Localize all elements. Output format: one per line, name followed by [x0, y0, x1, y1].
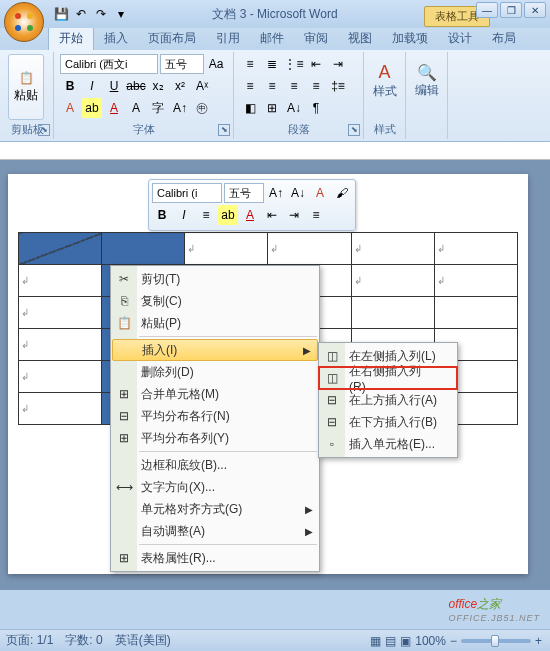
phonetic-icon[interactable]: ㊥	[192, 98, 212, 118]
font-size-combo[interactable]: 五号	[160, 54, 204, 74]
restore-button[interactable]: ❐	[500, 2, 522, 18]
font-launcher-icon[interactable]: ⬊	[218, 124, 230, 136]
font-name-combo[interactable]: Calibri (西文i	[60, 54, 158, 74]
mini-indent-r-icon[interactable]: ⇥	[284, 205, 304, 225]
para-launcher-icon[interactable]: ⬊	[348, 124, 360, 136]
justify-icon[interactable]: ≡	[306, 76, 326, 96]
submenu-insert-above[interactable]: ⊟在上方插入行(A)	[319, 389, 457, 411]
shading-icon[interactable]: ◧	[240, 98, 260, 118]
styles-button[interactable]: A 样式	[367, 56, 403, 106]
menu-merge[interactable]: ⊞合并单元格(M)	[111, 383, 319, 405]
menu-text-dir[interactable]: ⟷文字方向(X)...	[111, 476, 319, 498]
subscript-icon[interactable]: x₂	[148, 76, 168, 96]
menu-borders[interactable]: 边框和底纹(B)...	[111, 454, 319, 476]
menu-delete-col[interactable]: 删除列(D)	[111, 361, 319, 383]
mini-grow-icon[interactable]: A↑	[266, 183, 286, 203]
view-read-icon[interactable]: ▤	[385, 634, 396, 648]
font-color-icon[interactable]: A	[104, 98, 124, 118]
underline-icon[interactable]: U	[104, 76, 124, 96]
office-button[interactable]	[4, 2, 44, 42]
grow-font-icon[interactable]: A↑	[170, 98, 190, 118]
menu-paste[interactable]: 📋粘贴(P)	[111, 312, 319, 334]
menu-align[interactable]: 单元格对齐方式(G)▶	[111, 498, 319, 520]
tab-addins[interactable]: 加载项	[382, 27, 438, 50]
mini-italic-icon[interactable]: I	[174, 205, 194, 225]
tab-references[interactable]: 引用	[206, 27, 250, 50]
tab-page-layout[interactable]: 页面布局	[138, 27, 206, 50]
align-right-icon[interactable]: ≡	[284, 76, 304, 96]
table-cell[interactable]	[102, 233, 185, 265]
close-button[interactable]: ✕	[524, 2, 546, 18]
table-cell[interactable]	[19, 233, 102, 265]
status-page[interactable]: 页面: 1/1	[6, 632, 53, 649]
table-cell[interactable]: ↲	[19, 265, 102, 297]
zoom-slider[interactable]	[461, 639, 531, 643]
mini-bold-icon[interactable]: B	[152, 205, 172, 225]
clear-format-icon[interactable]: Aᵡ	[192, 76, 212, 96]
view-print-icon[interactable]: ▦	[370, 634, 381, 648]
mini-indent-l-icon[interactable]: ⇤	[262, 205, 282, 225]
mini-font-combo[interactable]: Calibri (i	[152, 183, 222, 203]
paste-button[interactable]: 📋 粘贴	[8, 54, 44, 120]
tab-mailings[interactable]: 邮件	[250, 27, 294, 50]
tab-design[interactable]: 设计	[438, 27, 482, 50]
mini-align-icon[interactable]: ≡	[196, 205, 216, 225]
char-border-icon[interactable]: A	[126, 98, 146, 118]
menu-copy[interactable]: ⎘复制(C)	[111, 290, 319, 312]
submenu-insert-right[interactable]: ◫在右侧插入列(R)	[319, 367, 457, 389]
mini-bullets-icon[interactable]: ≡	[306, 205, 326, 225]
table-cell[interactable]: ↲	[351, 265, 434, 297]
zoom-out-icon[interactable]: −	[450, 634, 457, 648]
table-cell[interactable]: ↲	[185, 233, 268, 265]
clipboard-launcher-icon[interactable]: ⬊	[38, 124, 50, 136]
view-web-icon[interactable]: ▣	[400, 634, 411, 648]
submenu-insert-cell[interactable]: ▫插入单元格(E)...	[319, 433, 457, 455]
tab-view[interactable]: 视图	[338, 27, 382, 50]
menu-cut[interactable]: ✂剪切(T)	[111, 268, 319, 290]
mini-highlight-icon[interactable]: ab	[218, 205, 238, 225]
menu-props[interactable]: ⊞表格属性(R)...	[111, 547, 319, 569]
redo-icon[interactable]: ↷	[92, 5, 110, 23]
change-case-icon[interactable]: Aa	[206, 54, 226, 74]
table-cell[interactable]: ↲	[19, 329, 102, 361]
status-words[interactable]: 字数: 0	[65, 632, 102, 649]
highlight-icon[interactable]: ab	[82, 98, 102, 118]
qat-more-icon[interactable]: ▾	[112, 5, 130, 23]
bold-icon[interactable]: B	[60, 76, 80, 96]
superscript-icon[interactable]: x²	[170, 76, 190, 96]
mini-shrink-icon[interactable]: A↓	[288, 183, 308, 203]
table-cell[interactable]: ↲	[19, 393, 102, 425]
undo-icon[interactable]: ↶	[72, 5, 90, 23]
line-spacing-icon[interactable]: ‡≡	[328, 76, 348, 96]
show-marks-icon[interactable]: ¶	[306, 98, 326, 118]
tab-table-layout[interactable]: 布局	[482, 27, 526, 50]
tab-review[interactable]: 审阅	[294, 27, 338, 50]
editing-button[interactable]: 🔍 编辑	[409, 56, 445, 106]
status-lang[interactable]: 英语(美国)	[115, 632, 171, 649]
tab-home[interactable]: 开始	[48, 26, 94, 50]
align-left-icon[interactable]: ≡	[240, 76, 260, 96]
zoom-thumb[interactable]	[491, 635, 499, 647]
table-cell[interactable]: ↲	[434, 265, 517, 297]
minimize-button[interactable]: —	[476, 2, 498, 18]
char-shading-icon[interactable]: 字	[148, 98, 168, 118]
mini-painter-icon[interactable]: 🖌	[332, 183, 352, 203]
align-center-icon[interactable]: ≡	[262, 76, 282, 96]
multilevel-icon[interactable]: ⋮≡	[284, 54, 304, 74]
zoom-in-icon[interactable]: +	[535, 634, 542, 648]
table-cell[interactable]: ↲	[19, 361, 102, 393]
indent-left-icon[interactable]: ⇤	[306, 54, 326, 74]
table-cell[interactable]: ↲	[434, 233, 517, 265]
save-icon[interactable]: 💾	[52, 5, 70, 23]
menu-insert[interactable]: 插入(I)▶	[112, 339, 318, 361]
table-cell[interactable]	[434, 297, 517, 329]
table-cell[interactable]: ↲	[19, 297, 102, 329]
text-effects-icon[interactable]: A	[60, 98, 80, 118]
menu-autofit[interactable]: 自动调整(A)▶	[111, 520, 319, 542]
table-cell[interactable]	[351, 297, 434, 329]
menu-dist-rows[interactable]: ⊟平均分布各行(N)	[111, 405, 319, 427]
mini-color-icon[interactable]: A	[240, 205, 260, 225]
strike-icon[interactable]: abc	[126, 76, 146, 96]
bullets-icon[interactable]: ≡	[240, 54, 260, 74]
menu-dist-cols[interactable]: ⊞平均分布各列(Y)	[111, 427, 319, 449]
